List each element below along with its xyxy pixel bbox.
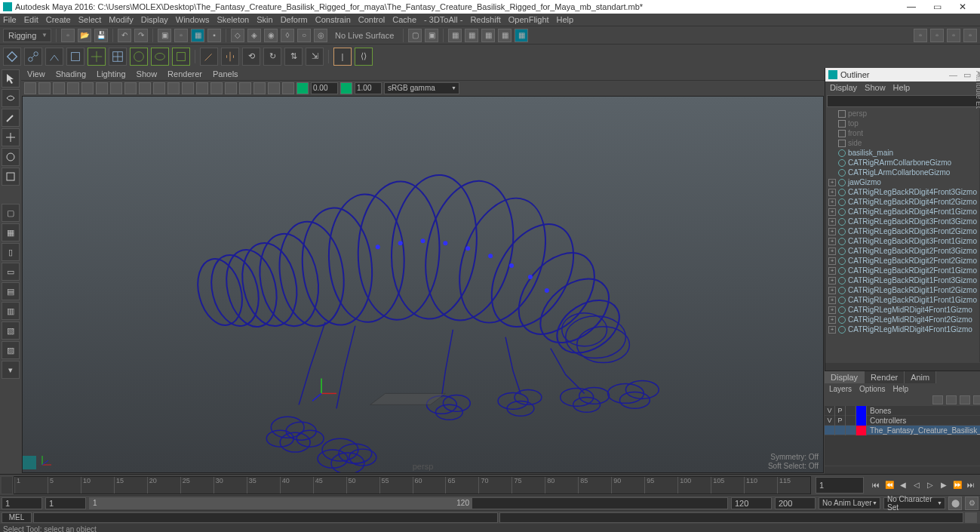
character-set-dropdown[interactable]: No Character Set — [883, 497, 945, 509]
outliner-item[interactable]: basilisk_main — [825, 148, 980, 158]
range-slider[interactable]: 1 120 — [89, 497, 728, 509]
move-tool-icon[interactable] — [2, 128, 20, 146]
panel-menu-show[interactable]: Show — [137, 69, 158, 78]
expand-icon[interactable]: + — [828, 277, 836, 284]
outliner-menu-display[interactable]: Display — [830, 83, 857, 92]
outliner-item[interactable]: +CATRigRLegBackRDigit2Front3Gizmo — [825, 246, 980, 256]
layer-color-swatch[interactable] — [856, 426, 867, 435]
select-multi-icon[interactable]: ▪ — [207, 29, 221, 42]
expand-icon[interactable]: + — [828, 326, 836, 334]
select-mode-icon[interactable]: ▣ — [158, 29, 171, 42]
layer-menu-help[interactable]: Help — [892, 385, 908, 393]
menu-select[interactable]: Select — [78, 15, 102, 24]
select-tool-icon[interactable] — [2, 69, 20, 88]
outliner-item[interactable]: +CATRigRLegBackRDigit1Front2Gizmo — [825, 285, 980, 295]
layout-two-h-icon[interactable]: ▭ — [2, 263, 20, 281]
shelf-paint-icon[interactable] — [200, 48, 218, 66]
range-start-outer-field[interactable]: 1 — [2, 497, 42, 509]
shelf-blend-icon[interactable] — [172, 48, 190, 66]
panel-menu-shading[interactable]: Shading — [56, 69, 86, 78]
outliner-item[interactable]: +CATRigRLegBackRDigit3Front3Gizmo — [825, 217, 980, 226]
shelf-bind-icon[interactable] — [88, 48, 106, 66]
panel-safe-title-icon[interactable] — [167, 82, 180, 94]
expand-icon[interactable]: + — [828, 189, 836, 196]
pane-layout-4-icon[interactable]: ▫ — [963, 29, 977, 42]
outliner-item[interactable]: side — [825, 138, 980, 148]
shelf-parent-icon[interactable]: ⇅ — [284, 48, 303, 66]
layer-visibility-toggle[interactable]: V — [825, 406, 835, 416]
expand-icon[interactable]: + — [828, 306, 836, 314]
paint-tool-icon[interactable] — [2, 109, 20, 127]
layer-color-swatch[interactable] — [856, 416, 867, 426]
current-frame-field[interactable]: 1 — [816, 477, 864, 494]
exposure-input[interactable] — [311, 82, 338, 94]
gamma-input[interactable] — [355, 82, 382, 94]
layer-type-cell[interactable] — [846, 426, 856, 435]
shelf-cluster-icon[interactable] — [130, 48, 148, 66]
render-settings-icon[interactable]: ▦ — [498, 29, 512, 42]
play-back-icon[interactable]: ◁ — [911, 479, 923, 491]
step-back-icon[interactable]: ◀ — [897, 479, 909, 491]
outliner-item[interactable]: +CATRigRLegBackRDigit2Front1Gizmo — [825, 266, 980, 275]
layer-type-cell[interactable] — [846, 416, 856, 426]
snap-grid-icon[interactable]: ◇ — [231, 29, 244, 42]
outliner-item[interactable]: CATRigLArmCollarboneGizmo — [825, 168, 980, 177]
outliner-item[interactable]: +CATRigRLegBackRDigit2Front2Gizmo — [825, 256, 980, 266]
outliner-tree[interactable]: persptopfrontsidebasilisk_mainCATRigRArm… — [825, 109, 980, 362]
scale-tool-icon[interactable] — [2, 168, 20, 186]
outliner-minimize-icon[interactable]: — — [949, 70, 957, 80]
pane-layout-1-icon[interactable]: ▫ — [914, 29, 927, 42]
panel-safe-action-icon[interactable] — [153, 82, 165, 94]
layer-hscroll[interactable] — [825, 466, 980, 474]
menu-dtoall[interactable]: - 3DToAll - — [424, 15, 462, 24]
play-fwd-icon[interactable]: ▷ — [924, 479, 936, 491]
layer-new-empty-icon[interactable] — [960, 395, 970, 404]
go-start-icon[interactable]: ⏮ — [870, 479, 882, 491]
panel-image-plane-icon[interactable] — [53, 82, 65, 94]
rotate-tool-icon[interactable] — [2, 148, 20, 166]
menu-windows[interactable]: Windows — [176, 15, 210, 24]
layout-four-icon[interactable]: ▦ — [2, 223, 20, 241]
layer-move-up-icon[interactable] — [932, 395, 943, 404]
panel-gamma-icon[interactable] — [340, 82, 352, 94]
menu-cache[interactable]: Cache — [392, 15, 416, 24]
menu-openflight[interactable]: OpenFlight — [508, 15, 549, 24]
layer-visibility-toggle[interactable]: V — [825, 416, 835, 426]
outliner-maximize-icon[interactable]: ▭ — [963, 70, 971, 80]
panel-grid-icon[interactable] — [81, 82, 94, 94]
layout-two-v-icon[interactable]: ▯ — [2, 243, 20, 261]
outliner-item[interactable]: +CATRigRLegBackRDigit4Front1Gizmo — [825, 207, 980, 217]
panel-wireframe-icon[interactable] — [182, 82, 194, 94]
ipr-render-icon[interactable]: ▦ — [481, 29, 495, 42]
hypershade-icon[interactable]: ▦ — [515, 29, 528, 42]
range-end-inner-field[interactable]: 120 — [731, 497, 772, 509]
menu-constrain[interactable]: Constrain — [315, 15, 351, 24]
layer-row[interactable]: VPControllers — [825, 416, 980, 426]
undo-icon[interactable]: ↶ — [118, 29, 131, 42]
outliner-hscroll[interactable] — [825, 363, 980, 371]
panel-menu-lighting[interactable]: Lighting — [97, 69, 126, 78]
outliner-menu-show[interactable]: Show — [865, 83, 886, 92]
expand-icon[interactable]: + — [828, 218, 836, 226]
menu-file[interactable]: File — [3, 15, 17, 24]
snap-view-icon[interactable]: ◎ — [314, 29, 327, 42]
shelf-joint-icon[interactable] — [24, 48, 42, 66]
layout-custom-icon[interactable]: ▨ — [2, 341, 20, 359]
maximize-button[interactable]: ▭ — [929, 2, 945, 12]
shelf-lattice-icon[interactable] — [109, 48, 127, 66]
lasso-tool-icon[interactable] — [2, 89, 20, 107]
layer-row[interactable]: The_Fantasy_Creature_Basilisk_R — [825, 426, 980, 435]
panel-isolate-icon[interactable] — [253, 82, 266, 94]
panel-textured-icon[interactable] — [210, 82, 223, 94]
layer-tab-render[interactable]: Render — [865, 371, 905, 383]
toggle-history-icon[interactable]: ▣ — [425, 29, 438, 42]
panel-field-chart-icon[interactable] — [139, 82, 151, 94]
timeline-toggle-icon[interactable] — [2, 477, 12, 494]
outliner-filter-input[interactable] — [827, 95, 980, 107]
expand-icon[interactable]: + — [828, 248, 836, 255]
anim-layer-dropdown[interactable]: No Anim Layer — [819, 497, 880, 509]
shelf-quick-rig-icon[interactable]: ⟨⟩ — [355, 48, 373, 66]
select-object-icon[interactable]: ▦ — [191, 29, 204, 42]
panel-select-camera-icon[interactable] — [24, 82, 36, 94]
panel-bookmark-icon[interactable] — [38, 82, 51, 94]
